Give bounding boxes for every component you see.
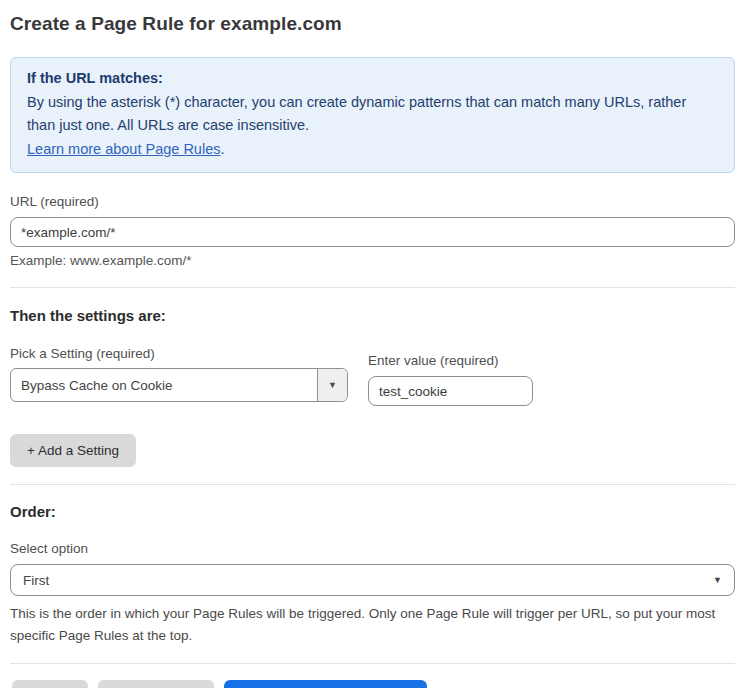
info-box-heading: If the URL matches: bbox=[27, 67, 718, 91]
setting-picker-column: Pick a Setting (required) Bypass Cache o… bbox=[10, 346, 348, 402]
setting-picker-label: Pick a Setting (required) bbox=[10, 346, 348, 361]
order-select[interactable]: First ▼ bbox=[10, 564, 735, 596]
url-example-text: Example: www.example.com/* bbox=[10, 253, 735, 268]
info-box-link-line: Learn more about Page Rules. bbox=[27, 138, 718, 162]
setting-value-label: Enter value (required) bbox=[368, 353, 533, 368]
page-rule-form: Create a Page Rule for example.com If th… bbox=[0, 13, 750, 688]
settings-row: Pick a Setting (required) Bypass Cache o… bbox=[10, 346, 735, 406]
info-box-body: By using the asterisk (*) character, you… bbox=[27, 91, 718, 138]
order-select-value: First bbox=[23, 573, 49, 588]
chevron-down-icon: ▼ bbox=[328, 380, 337, 390]
setting-value-input[interactable] bbox=[368, 376, 533, 406]
form-actions: Cancel Save as Draft Save and Deploy Pag… bbox=[10, 680, 735, 688]
order-help-text: This is the order in which your Page Rul… bbox=[10, 603, 735, 647]
add-setting-button[interactable]: + Add a Setting bbox=[10, 434, 136, 467]
chevron-down-icon: ▼ bbox=[713, 575, 722, 585]
divider bbox=[10, 287, 735, 288]
link-period: . bbox=[220, 141, 224, 157]
url-input[interactable] bbox=[10, 217, 735, 247]
page-title: Create a Page Rule for example.com bbox=[10, 13, 735, 35]
divider bbox=[10, 663, 735, 664]
setting-select-arrow-button[interactable]: ▼ bbox=[317, 369, 347, 401]
cancel-button[interactable]: Cancel bbox=[12, 680, 88, 688]
url-field-label: URL (required) bbox=[10, 194, 735, 209]
setting-select-value: Bypass Cache on Cookie bbox=[11, 369, 317, 401]
order-section-heading: Order: bbox=[10, 503, 735, 520]
save-and-deploy-button[interactable]: Save and Deploy Page Rule bbox=[224, 680, 428, 688]
setting-value-column: Enter value (required) bbox=[368, 353, 533, 406]
settings-section-heading: Then the settings are: bbox=[10, 307, 735, 324]
save-as-draft-button[interactable]: Save as Draft bbox=[98, 680, 214, 688]
learn-more-link[interactable]: Learn more about Page Rules bbox=[27, 141, 220, 157]
setting-select[interactable]: Bypass Cache on Cookie ▼ bbox=[10, 368, 348, 402]
divider bbox=[10, 484, 735, 485]
order-select-label: Select option bbox=[10, 541, 735, 556]
url-match-info-box: If the URL matches: By using the asteris… bbox=[10, 57, 735, 173]
